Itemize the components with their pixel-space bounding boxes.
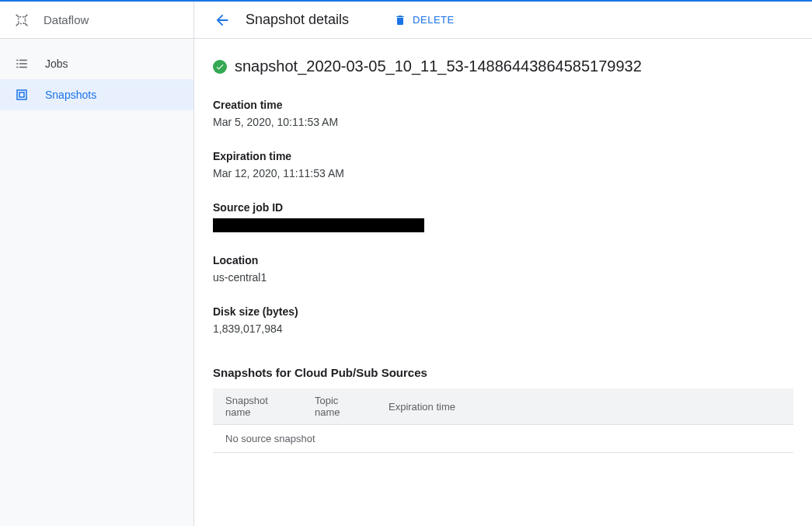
title-row: snapshot_2020-03-05_10_11_53-14886443864…	[213, 57, 793, 75]
empty-message: No source snapshot	[213, 425, 793, 453]
field-label: Source job ID	[213, 201, 793, 214]
field-label: Creation time	[213, 99, 793, 111]
table-empty-row: No source snapshot	[213, 425, 793, 453]
main-header: Snapshot details DELETE	[194, 2, 812, 39]
pubsub-table: Snapshot name Topic name Expiration time…	[213, 388, 793, 453]
field-expiration-time: Expiration time Mar 12, 2020, 11:11:53 A…	[213, 150, 793, 179]
table-header-row: Snapshot name Topic name Expiration time	[213, 388, 793, 425]
arrow-left-icon	[214, 12, 231, 29]
svg-rect-8	[19, 63, 27, 64]
redacted-value	[213, 218, 424, 232]
nav-item-label: Jobs	[45, 57, 68, 70]
svg-line-2	[25, 14, 28, 17]
col-expiration-time: Expiration time	[376, 388, 793, 425]
nav-item-snapshots[interactable]: Snapshots	[0, 79, 193, 110]
field-creation-time: Creation time Mar 5, 2020, 10:11:53 AM	[213, 99, 793, 128]
svg-rect-12	[19, 92, 24, 97]
svg-rect-11	[17, 90, 26, 99]
field-label: Expiration time	[213, 150, 793, 162]
nav-list: Jobs Snapshots	[0, 39, 193, 110]
svg-line-1	[16, 14, 19, 17]
back-button[interactable]	[213, 11, 232, 30]
field-label: Location	[213, 254, 793, 266]
field-label: Disk size (bytes)	[213, 305, 793, 318]
pubsub-section-title: Snapshots for Cloud Pub/Sub Sources	[213, 366, 793, 379]
svg-rect-6	[19, 60, 27, 61]
field-value: Mar 5, 2020, 10:11:53 AM	[213, 116, 793, 128]
svg-rect-10	[19, 67, 27, 68]
delete-label: DELETE	[413, 14, 455, 26]
svg-rect-9	[16, 67, 18, 68]
nav-item-jobs[interactable]: Jobs	[0, 48, 193, 79]
svg-point-0	[18, 16, 25, 23]
content: snapshot_2020-03-05_10_11_53-14886443864…	[194, 39, 812, 472]
page-title: Snapshot details	[246, 12, 349, 28]
field-source-job-id: Source job ID	[213, 201, 793, 232]
field-value: us-central1	[213, 271, 793, 284]
svg-line-3	[16, 23, 19, 26]
trash-icon	[394, 14, 406, 26]
field-value: Mar 12, 2020, 11:11:53 AM	[213, 167, 793, 179]
svg-rect-7	[16, 63, 18, 64]
check-circle-icon	[213, 60, 227, 74]
field-disk-size: Disk size (bytes) 1,839,017,984	[213, 305, 793, 335]
list-icon	[12, 54, 31, 73]
field-location: Location us-central1	[213, 254, 793, 284]
dataflow-product-icon	[12, 11, 31, 30]
sidebar: Dataflow Jobs	[0, 2, 194, 526]
sidebar-header: Dataflow	[0, 2, 193, 39]
product-name: Dataflow	[44, 13, 89, 26]
nav-item-label: Snapshots	[45, 89, 96, 101]
svg-line-4	[25, 23, 28, 26]
col-snapshot-name: Snapshot name	[213, 388, 302, 425]
svg-rect-5	[16, 60, 18, 61]
delete-button[interactable]: DELETE	[394, 14, 455, 26]
field-value: 1,839,017,984	[213, 322, 793, 335]
layout: Dataflow Jobs	[0, 2, 812, 526]
main: Snapshot details DELETE snapshot_2020-03…	[194, 2, 812, 526]
snapshot-icon	[12, 85, 31, 104]
snapshot-name: snapshot_2020-03-05_10_11_53-14886443864…	[235, 57, 642, 75]
col-topic-name: Topic name	[302, 388, 376, 425]
